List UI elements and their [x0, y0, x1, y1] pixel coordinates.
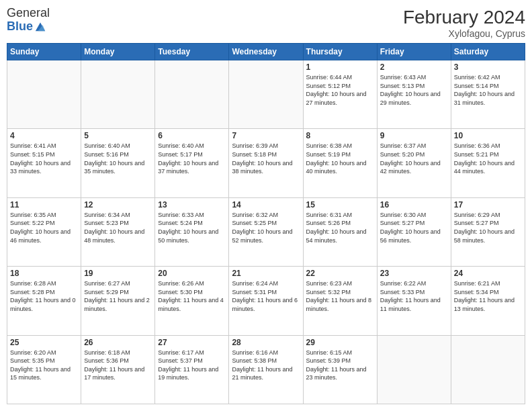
- day-info: Sunrise: 6:41 AM Sunset: 5:15 PM Dayligh…: [10, 142, 78, 175]
- day-number: 17: [454, 200, 522, 210]
- page: General Blue February 2024 Xylofagou, Cy…: [0, 0, 532, 411]
- calendar-table: SundayMondayTuesdayWednesdayThursdayFrid…: [7, 43, 525, 404]
- day-info: Sunrise: 6:36 AM Sunset: 5:21 PM Dayligh…: [454, 142, 522, 175]
- day-info: Sunrise: 6:18 AM Sunset: 5:36 PM Dayligh…: [84, 349, 152, 382]
- calendar-cell: 6Sunrise: 6:40 AM Sunset: 5:17 PM Daylig…: [155, 129, 229, 197]
- day-number: 26: [84, 338, 152, 347]
- day-info: Sunrise: 6:28 AM Sunset: 5:28 PM Dayligh…: [10, 279, 78, 313]
- calendar-week-3: 11Sunrise: 6:35 AM Sunset: 5:22 PM Dayli…: [7, 197, 525, 266]
- day-number: 15: [306, 200, 374, 210]
- calendar-cell: 9Sunrise: 6:37 AM Sunset: 5:20 PM Daylig…: [377, 129, 451, 197]
- day-number: 12: [84, 200, 152, 210]
- day-info: Sunrise: 6:23 AM Sunset: 5:32 PM Dayligh…: [306, 279, 374, 313]
- day-info: Sunrise: 6:22 AM Sunset: 5:33 PM Dayligh…: [380, 279, 448, 313]
- calendar-week-5: 25Sunrise: 6:20 AM Sunset: 5:35 PM Dayli…: [7, 335, 525, 404]
- day-info: Sunrise: 6:33 AM Sunset: 5:24 PM Dayligh…: [158, 211, 226, 244]
- calendar-cell: 5Sunrise: 6:40 AM Sunset: 5:16 PM Daylig…: [81, 129, 155, 197]
- day-info: Sunrise: 6:43 AM Sunset: 5:13 PM Dayligh…: [380, 73, 448, 107]
- day-number: 5: [84, 131, 152, 140]
- day-info: Sunrise: 6:39 AM Sunset: 5:18 PM Dayligh…: [232, 142, 300, 175]
- day-info: Sunrise: 6:42 AM Sunset: 5:14 PM Dayligh…: [454, 73, 522, 107]
- day-info: Sunrise: 6:27 AM Sunset: 5:29 PM Dayligh…: [84, 279, 152, 313]
- calendar-week-4: 18Sunrise: 6:28 AM Sunset: 5:28 PM Dayli…: [7, 267, 525, 335]
- calendar-cell: 3Sunrise: 6:42 AM Sunset: 5:14 PM Daylig…: [451, 60, 525, 129]
- day-info: Sunrise: 6:26 AM Sunset: 5:30 PM Dayligh…: [158, 279, 226, 313]
- day-number: 9: [380, 131, 448, 140]
- day-info: Sunrise: 6:30 AM Sunset: 5:27 PM Dayligh…: [380, 211, 448, 244]
- day-number: 13: [158, 200, 226, 210]
- logo-icon: [34, 20, 46, 32]
- day-number: 19: [84, 269, 152, 278]
- day-number: 14: [232, 200, 300, 210]
- day-number: 8: [306, 131, 374, 140]
- day-number: 10: [454, 131, 522, 140]
- calendar-cell: 16Sunrise: 6:30 AM Sunset: 5:27 PM Dayli…: [377, 197, 451, 266]
- calendar-cell: 25Sunrise: 6:20 AM Sunset: 5:35 PM Dayli…: [7, 335, 81, 404]
- calendar-header-row: SundayMondayTuesdayWednesdayThursdayFrid…: [7, 44, 525, 60]
- day-number: 3: [454, 62, 522, 72]
- calendar-cell: 15Sunrise: 6:31 AM Sunset: 5:26 PM Dayli…: [303, 197, 377, 266]
- calendar-cell: [7, 60, 81, 129]
- day-number: 11: [10, 200, 78, 210]
- calendar-header-saturday: Saturday: [451, 44, 525, 60]
- month-title: February 2024: [403, 7, 525, 28]
- day-number: 20: [158, 269, 226, 278]
- day-number: 28: [232, 338, 300, 347]
- calendar-cell: 2Sunrise: 6:43 AM Sunset: 5:13 PM Daylig…: [377, 60, 451, 129]
- calendar-cell: 17Sunrise: 6:29 AM Sunset: 5:27 PM Dayli…: [451, 197, 525, 266]
- calendar-cell: [155, 60, 229, 129]
- day-number: 7: [232, 131, 300, 140]
- day-number: 6: [158, 131, 226, 140]
- day-info: Sunrise: 6:32 AM Sunset: 5:25 PM Dayligh…: [232, 211, 300, 244]
- day-number: 24: [454, 269, 522, 278]
- calendar-header-sunday: Sunday: [7, 44, 81, 60]
- calendar-cell: [229, 60, 303, 129]
- calendar-cell: [451, 335, 525, 404]
- calendar-cell: 10Sunrise: 6:36 AM Sunset: 5:21 PM Dayli…: [451, 129, 525, 197]
- calendar-cell: 28Sunrise: 6:16 AM Sunset: 5:38 PM Dayli…: [229, 335, 303, 404]
- day-info: Sunrise: 6:31 AM Sunset: 5:26 PM Dayligh…: [306, 211, 374, 244]
- calendar-cell: 27Sunrise: 6:17 AM Sunset: 5:37 PM Dayli…: [155, 335, 229, 404]
- calendar-cell: 29Sunrise: 6:15 AM Sunset: 5:39 PM Dayli…: [303, 335, 377, 404]
- day-info: Sunrise: 6:17 AM Sunset: 5:37 PM Dayligh…: [158, 349, 226, 382]
- day-info: Sunrise: 6:16 AM Sunset: 5:38 PM Dayligh…: [232, 349, 300, 382]
- calendar-cell: 12Sunrise: 6:34 AM Sunset: 5:23 PM Dayli…: [81, 197, 155, 266]
- day-info: Sunrise: 6:29 AM Sunset: 5:27 PM Dayligh…: [454, 211, 522, 244]
- day-info: Sunrise: 6:38 AM Sunset: 5:19 PM Dayligh…: [306, 142, 374, 175]
- day-number: 2: [380, 62, 448, 72]
- day-number: 25: [10, 338, 78, 347]
- calendar-cell: 13Sunrise: 6:33 AM Sunset: 5:24 PM Dayli…: [155, 197, 229, 266]
- calendar-week-2: 4Sunrise: 6:41 AM Sunset: 5:15 PM Daylig…: [7, 129, 525, 197]
- day-number: 27: [158, 338, 226, 347]
- subtitle: Xylofagou, Cyprus: [403, 28, 525, 39]
- calendar-header-friday: Friday: [377, 44, 451, 60]
- calendar-cell: [377, 335, 451, 404]
- calendar-cell: 4Sunrise: 6:41 AM Sunset: 5:15 PM Daylig…: [7, 129, 81, 197]
- day-info: Sunrise: 6:15 AM Sunset: 5:39 PM Dayligh…: [306, 349, 374, 382]
- day-info: Sunrise: 6:35 AM Sunset: 5:22 PM Dayligh…: [10, 211, 78, 244]
- calendar-cell: 18Sunrise: 6:28 AM Sunset: 5:28 PM Dayli…: [7, 267, 81, 335]
- day-info: Sunrise: 6:34 AM Sunset: 5:23 PM Dayligh…: [84, 211, 152, 244]
- calendar-cell: 22Sunrise: 6:23 AM Sunset: 5:32 PM Dayli…: [303, 267, 377, 335]
- calendar-cell: [81, 60, 155, 129]
- day-info: Sunrise: 6:44 AM Sunset: 5:12 PM Dayligh…: [306, 73, 374, 107]
- header: General Blue February 2024 Xylofagou, Cy…: [7, 7, 525, 39]
- day-number: 4: [10, 131, 78, 140]
- calendar-cell: 21Sunrise: 6:24 AM Sunset: 5:31 PM Dayli…: [229, 267, 303, 335]
- day-info: Sunrise: 6:21 AM Sunset: 5:34 PM Dayligh…: [454, 279, 522, 313]
- calendar-cell: 14Sunrise: 6:32 AM Sunset: 5:25 PM Dayli…: [229, 197, 303, 266]
- day-number: 23: [380, 269, 448, 278]
- day-info: Sunrise: 6:37 AM Sunset: 5:20 PM Dayligh…: [380, 142, 448, 175]
- day-number: 21: [232, 269, 300, 278]
- calendar-cell: 26Sunrise: 6:18 AM Sunset: 5:36 PM Dayli…: [81, 335, 155, 404]
- calendar-cell: 1Sunrise: 6:44 AM Sunset: 5:12 PM Daylig…: [303, 60, 377, 129]
- calendar-cell: 7Sunrise: 6:39 AM Sunset: 5:18 PM Daylig…: [229, 129, 303, 197]
- day-info: Sunrise: 6:40 AM Sunset: 5:17 PM Dayligh…: [158, 142, 226, 175]
- logo-blue: Blue: [7, 20, 33, 34]
- calendar-cell: 11Sunrise: 6:35 AM Sunset: 5:22 PM Dayli…: [7, 197, 81, 266]
- day-number: 22: [306, 269, 374, 278]
- calendar-header-tuesday: Tuesday: [155, 44, 229, 60]
- calendar-cell: 19Sunrise: 6:27 AM Sunset: 5:29 PM Dayli…: [81, 267, 155, 335]
- calendar-cell: 20Sunrise: 6:26 AM Sunset: 5:30 PM Dayli…: [155, 267, 229, 335]
- day-number: 1: [306, 62, 374, 72]
